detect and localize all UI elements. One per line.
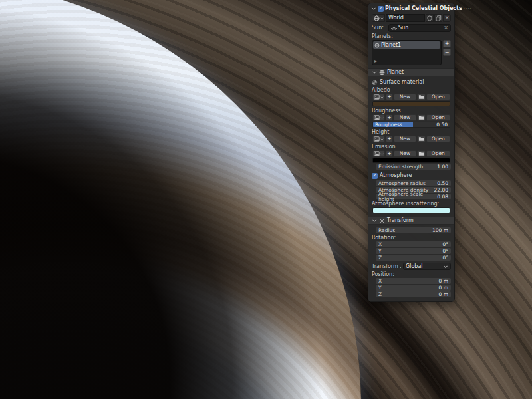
position-y-field[interactable]: Y 0 m — [376, 285, 451, 291]
remove-planet-button[interactable]: − — [443, 49, 451, 56]
roughness-new-button[interactable]: New — [394, 114, 416, 121]
sun-label: Sun: — [372, 25, 386, 31]
rotation-x-label: X — [378, 242, 382, 247]
image-icon — [374, 115, 380, 120]
albedo-open-button[interactable]: Open — [426, 94, 450, 100]
rotation-y-label: Y — [378, 249, 382, 254]
emission-strength-field[interactable]: Emission strength 1.00 — [376, 164, 451, 170]
atmosphere-label: Atmosphere — [380, 173, 412, 178]
planets-listbox[interactable]: Planet1 ▸ ·· — [372, 40, 442, 65]
planet-icon — [379, 70, 385, 76]
list-resize-grip[interactable]: ·· — [406, 59, 410, 64]
sun-object-field[interactable]: Sun × — [388, 24, 451, 32]
albedo-new-button[interactable]: New — [394, 94, 416, 100]
roughness-new-image-plus-button[interactable]: + — [386, 114, 393, 121]
height-folder-button[interactable] — [417, 136, 426, 142]
position-x-field[interactable]: X 0 m — [376, 278, 451, 284]
chevron-down-icon — [380, 17, 384, 20]
chevron-down-icon — [372, 70, 377, 75]
rotation-y-field[interactable]: Y 0° — [376, 248, 451, 254]
physical-celestial-objects-panel: ✓ Physical Celestial Objects ···· World … — [368, 3, 455, 302]
position-y-label: Y — [378, 285, 382, 291]
rotation-y-value: 0° — [442, 249, 448, 254]
image-icon — [374, 151, 380, 156]
add-planet-button[interactable]: + — [443, 40, 451, 47]
panel-header[interactable]: ✓ Physical Celestial Objects ···· — [368, 5, 454, 13]
list-footer: ▸ ·· — [373, 59, 440, 64]
chevron-down-icon — [371, 6, 376, 11]
atmosphere-radius-field[interactable]: Atmosphere radius 0.50 — [376, 180, 451, 186]
height-new-button[interactable]: New — [394, 136, 416, 142]
chevron-down-icon — [380, 116, 384, 120]
panel-drag-handle[interactable]: ···· — [464, 7, 472, 11]
planets-label: Planets: — [372, 34, 451, 39]
rotation-z-field[interactable]: Z 0° — [376, 255, 451, 261]
list-operations: + − — [443, 40, 451, 65]
transform-space-value: Global — [406, 264, 423, 269]
atmosphere-row: ✓ Atmosphere — [372, 172, 451, 179]
emission-new-image-plus-button[interactable]: + — [386, 150, 393, 157]
clear-sun-button[interactable]: × — [444, 25, 448, 31]
sun-row: Sun: Sun × — [372, 24, 451, 32]
panel-enable-checkbox[interactable]: ✓ — [378, 6, 384, 12]
list-item[interactable]: Planet1 — [373, 41, 440, 49]
world-icon — [374, 15, 380, 21]
close-icon: × — [445, 15, 450, 21]
roughness-slider-value: 0.50 — [436, 122, 448, 128]
roughness-image-browse-button[interactable] — [372, 114, 385, 121]
atmosphere-inscattering-swatch[interactable] — [372, 207, 450, 213]
duplicate-datablock-button[interactable] — [434, 14, 442, 22]
albedo-color-swatch[interactable] — [372, 101, 450, 106]
roughness-open-button[interactable]: Open — [426, 114, 450, 121]
emission-folder-button[interactable] — [417, 150, 426, 157]
emission-open-button[interactable]: Open — [426, 150, 450, 157]
planet-subpanel-header[interactable]: Planet — [368, 68, 454, 76]
world-name-text: World — [388, 15, 404, 21]
unlink-world-button[interactable]: × — [443, 14, 451, 22]
world-name-field[interactable]: World — [386, 14, 425, 22]
image-icon — [374, 94, 380, 100]
height-image-browse-button[interactable] — [372, 136, 385, 142]
position-y-value: 0 m — [439, 285, 448, 291]
transform-space-label: Transform ... — [372, 264, 401, 269]
albedo-image-browse-button[interactable] — [372, 94, 385, 100]
planet-icon — [374, 43, 380, 48]
rotation-x-field[interactable]: X 0° — [376, 241, 451, 247]
chevron-down-icon — [372, 218, 377, 223]
height-open-button[interactable]: Open — [426, 136, 450, 142]
roughness-slider[interactable]: Roughness 0.50 — [372, 122, 450, 128]
emission-image-browse-button[interactable] — [372, 150, 385, 157]
radius-field[interactable]: Radius 100 m — [376, 227, 451, 233]
height-label: Height — [372, 130, 451, 135]
transform-subpanel-header[interactable]: Transform — [368, 217, 454, 225]
chevron-down-icon — [443, 264, 448, 269]
radius-value: 100 m — [432, 228, 448, 233]
folder-icon — [418, 136, 424, 142]
albedo-texture-selector: + New Open — [372, 94, 450, 100]
chevron-down-icon — [380, 96, 384, 99]
albedo-new-image-plus-button[interactable]: + — [386, 94, 393, 100]
position-z-field[interactable]: Z 0 m — [376, 291, 451, 297]
filter-toggle-icon[interactable]: ▸ — [374, 59, 377, 64]
planet-subpanel-title: Planet — [387, 70, 404, 75]
emission-color-swatch[interactable] — [372, 158, 450, 163]
fake-user-button[interactable] — [426, 14, 434, 22]
panel-title: Physical Celestial Objects — [385, 6, 462, 11]
albedo-folder-button[interactable] — [417, 94, 426, 100]
height-texture-selector: + New Open — [372, 136, 450, 142]
material-sphere-icon — [372, 80, 378, 86]
height-new-image-plus-button[interactable]: + — [386, 136, 393, 142]
roughness-folder-button[interactable] — [417, 114, 426, 121]
atmosphere-checkbox[interactable]: ✓ — [372, 173, 378, 179]
gear-icon — [379, 218, 385, 224]
world-browse-button[interactable] — [372, 14, 385, 22]
transform-space-dropdown[interactable]: Global — [403, 263, 451, 270]
sun-object-name: Sun — [398, 25, 408, 31]
emission-new-button[interactable]: New — [394, 150, 416, 157]
planet-item-name: Planet1 — [381, 43, 401, 48]
surface-material-row: Surface material — [372, 79, 451, 86]
rotation-x-value: 0° — [442, 242, 448, 247]
atmosphere-scale-height-field[interactable]: Atmosphere scale height 0.08 — [376, 194, 451, 200]
rotation-label: Rotation: — [372, 235, 451, 241]
atmosphere-scale-height-label: Atmosphere scale height — [378, 192, 437, 201]
